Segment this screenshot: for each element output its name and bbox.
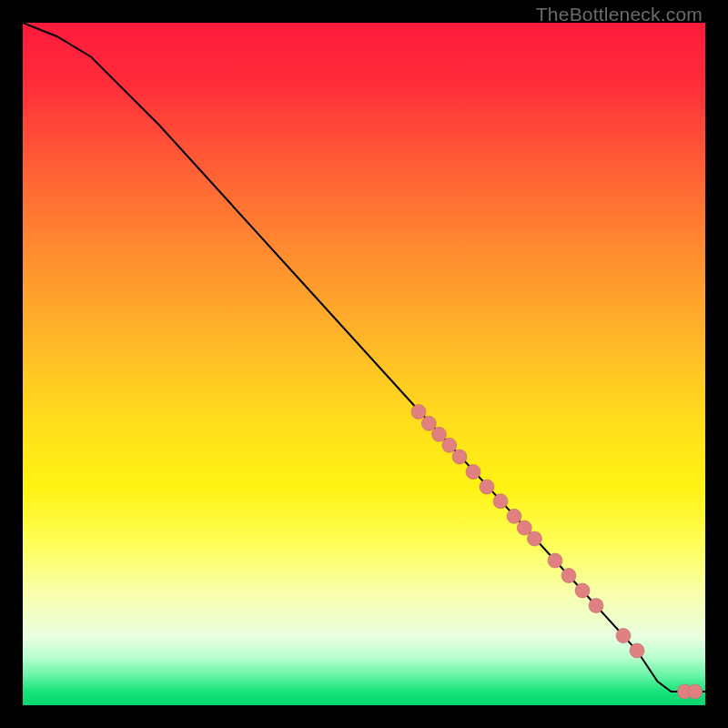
data-point (528, 531, 542, 546)
data-points-group (411, 405, 703, 700)
data-point (575, 583, 590, 598)
chart-overlay-svg (23, 23, 705, 705)
data-point (411, 405, 426, 420)
data-point (688, 684, 703, 699)
data-point (493, 494, 508, 509)
data-point (452, 450, 467, 464)
data-point (548, 553, 562, 568)
data-point (616, 629, 631, 643)
data-point (432, 427, 447, 441)
data-point (630, 643, 644, 658)
data-point (442, 438, 457, 452)
data-point (561, 569, 576, 583)
data-point (517, 521, 531, 535)
data-point (507, 509, 521, 523)
data-point (421, 416, 436, 430)
chart-container: TheBottleneck.com (0, 0, 728, 728)
data-point (589, 599, 603, 613)
data-point (480, 480, 494, 494)
bottleneck-curve (23, 23, 705, 692)
data-point (466, 465, 480, 480)
